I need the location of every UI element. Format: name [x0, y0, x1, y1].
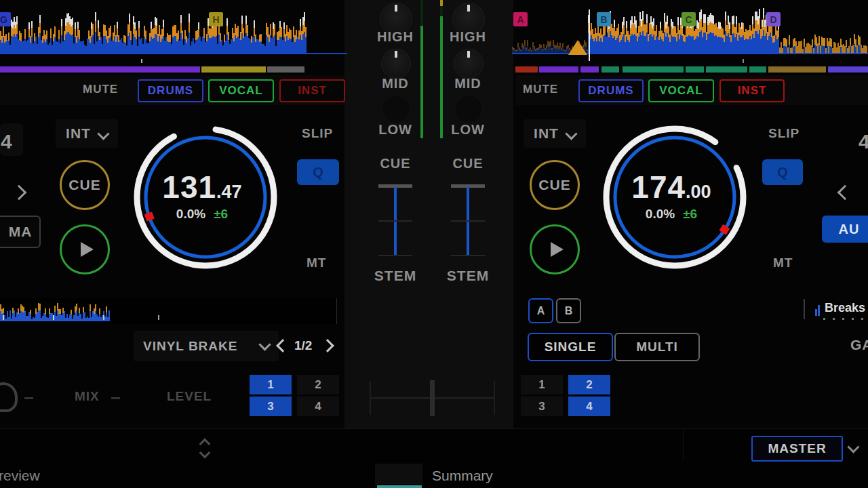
deck2-track-title-partial[interactable]: Breaks	[825, 301, 865, 315]
deck2-single-layout-button[interactable]: SINGLE	[528, 333, 613, 361]
deck2-pads-pad-1[interactable]: 1	[521, 375, 563, 394]
deck1-pitch-range: ±6	[214, 207, 228, 222]
deck2-track-waveform[interactable]: ABCD	[512, 7, 868, 61]
hot-cue-C[interactable]: C	[682, 12, 696, 26]
chevron-down-icon	[97, 127, 109, 140]
deck2-sync-mode-label: INT	[534, 125, 559, 142]
deck2-mt-button[interactable]: MT	[773, 256, 793, 270]
play-icon	[81, 242, 94, 257]
section-segment	[828, 66, 868, 73]
ch2-vu-peak	[440, 0, 443, 6]
deck1-vocal-stem-button[interactable]: VOCAL	[208, 79, 274, 102]
ch1-low-eq-knob[interactable]	[382, 95, 410, 123]
deck1-drums-stem-button[interactable]: DRUMS	[138, 79, 203, 102]
deck1-track-waveform[interactable]: GH	[0, 7, 347, 61]
deck2-playhead-tick	[743, 59, 744, 63]
deck2-bpm-display: 174 .00 0.0% ±6	[610, 169, 732, 222]
deck2-auto-button-partial[interactable]: AU	[822, 216, 868, 243]
deck1-pads-pad-1[interactable]: 1	[250, 375, 292, 394]
hot-cue-A[interactable]: A	[513, 12, 528, 26]
deck2-gain-label-partial: GA	[850, 337, 868, 353]
deck1-waveform-baseline	[0, 53, 347, 54]
deck1-bpm-fraction: .47	[216, 182, 242, 203]
deck2-vocal-stem-button[interactable]: VOCAL	[648, 79, 714, 102]
deck1-slip-button[interactable]: SLIP	[302, 126, 333, 141]
overview-marker	[158, 315, 159, 320]
deck1-mt-button[interactable]: MT	[307, 256, 326, 270]
ch2-low-eq-knob[interactable]	[454, 95, 483, 123]
hot-cue-H[interactable]: H	[209, 12, 223, 26]
deck2-bpm-fraction: .00	[686, 182, 711, 203]
deck2-pitch-value: 0.0%	[646, 207, 675, 222]
deck2-cue-label: CUE	[538, 177, 570, 193]
selected-tab-underline	[377, 485, 422, 488]
chevron-down-icon	[565, 127, 577, 140]
section-segment	[201, 66, 266, 73]
ch2-low-label: LOW	[441, 122, 495, 138]
deck1-pads-pad-4[interactable]: 4	[297, 396, 339, 416]
deck1-pads: 1234	[250, 375, 339, 417]
ch1-cue-label: CUE	[368, 156, 422, 171]
deck2-play-button[interactable]	[530, 224, 580, 274]
deck2-pads-pad-3[interactable]: 3	[521, 396, 563, 416]
section-segment	[706, 66, 747, 73]
deck1-fx-selector-dropdown[interactable]: VINYL BRAKE	[134, 331, 279, 361]
deck1-play-button[interactable]	[60, 224, 110, 274]
ch1-mid-eq-knob[interactable]	[381, 49, 411, 79]
ch1-fader-tick	[378, 255, 412, 256]
deck1-cue-button[interactable]: CUE	[60, 160, 110, 210]
ch1-vu-level	[420, 26, 423, 138]
deck2-pads-pad-4[interactable]: 4	[568, 396, 610, 416]
deck2-pads-pad-2[interactable]: 2	[568, 375, 610, 394]
deck1-sync-mode-dropdown[interactable]: INT	[56, 119, 118, 148]
ch1-vu-meter	[420, 0, 423, 138]
track-row-divider	[804, 299, 805, 319]
deck2-cue-button[interactable]: CUE	[530, 160, 580, 210]
section-segment	[0, 66, 200, 73]
deck2-loop-slot-b-button[interactable]: B	[556, 298, 581, 323]
section-segment	[623, 66, 684, 73]
hot-cue-B[interactable]: B	[597, 12, 611, 26]
section-segment	[515, 66, 538, 73]
preview-tab-partial[interactable]: review	[0, 468, 40, 484]
deck2-multi-layout-button[interactable]: MULTI	[614, 333, 700, 361]
hot-cue-D[interactable]: D	[766, 12, 781, 26]
overview-marker	[3, 315, 4, 320]
ch2-mid-eq-knob[interactable]	[454, 49, 484, 79]
deck1-pitch-value: 0.0%	[176, 207, 205, 222]
deck2-loop-slot-a-button[interactable]: A	[528, 298, 553, 323]
master-output-button[interactable]: MASTER	[751, 436, 843, 462]
deck1-inst-stem-button[interactable]: INST	[279, 79, 345, 102]
deck2-drums-stem-button[interactable]: DRUMS	[578, 79, 644, 102]
deck1-pads-pad-2[interactable]: 2	[297, 375, 339, 394]
mini-wave-sliver	[815, 309, 817, 316]
deck1-mute-button[interactable]: MUTE	[83, 83, 118, 96]
deck2-inst-stem-button[interactable]: INST	[719, 79, 785, 102]
ch2-fader-tick	[451, 255, 485, 256]
deck1-quantize-button[interactable]: Q	[297, 159, 339, 185]
deck1-pads-pad-3[interactable]: 3	[250, 396, 292, 416]
deck1-playhead-tick	[141, 59, 142, 63]
selected-tab-highlight[interactable]	[375, 464, 422, 484]
deck1-number-partial: 4	[1, 130, 13, 153]
ch1-low-label: LOW	[368, 122, 422, 138]
hot-cue-G[interactable]: G	[0, 12, 11, 26]
deck2-quantize-button[interactable]: Q	[762, 159, 803, 185]
overview-marker	[53, 315, 54, 320]
crossfader-handle[interactable]	[430, 380, 435, 416]
deck2-sync-mode-dropdown[interactable]: INT	[524, 119, 586, 148]
beat-jump-marker-icon	[568, 40, 587, 55]
ch1-mid-label: MID	[368, 76, 422, 92]
deck2-slip-button[interactable]: SLIP	[768, 126, 800, 141]
deck1-track-overview[interactable]	[0, 298, 337, 324]
deck1-ma-button-partial[interactable]: MA	[0, 216, 41, 248]
deck2-pads: 1234	[521, 375, 610, 417]
ch2-cue-label: CUE	[441, 156, 495, 171]
deck2-pitch-range: ±6	[683, 207, 697, 222]
deck2-bpm-whole: 174	[631, 169, 686, 205]
ch1-fader-tick	[378, 220, 412, 222]
deck2-mute-button[interactable]: MUTE	[523, 83, 558, 96]
section-segment	[768, 66, 826, 73]
deck1-sync-mode-label: INT	[66, 125, 91, 142]
summary-tab[interactable]: Summary	[432, 468, 493, 484]
